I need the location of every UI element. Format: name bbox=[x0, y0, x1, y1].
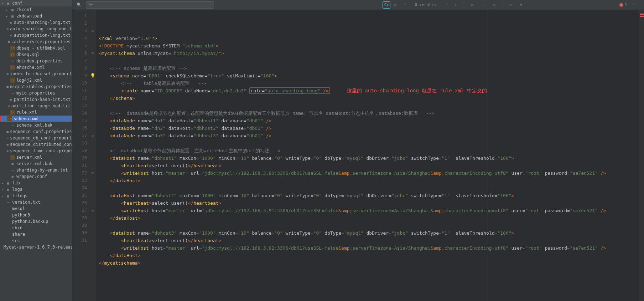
line-numbers: 1234567891011121314151617181920212223242… bbox=[72, 10, 89, 301]
code-line[interactable]: <heartbeat>select user()</heartbeat> bbox=[99, 237, 639, 244]
code-line[interactable]: <heartbeat>select user()</heartbeat> bbox=[99, 162, 639, 169]
code-line[interactable]: <dataNode name="dn1" dataHost="dbhost1" … bbox=[99, 117, 639, 124]
tree-item[interactable]: ≡sequence_distributed_conf.properties bbox=[0, 141, 72, 148]
tree-item[interactable]: ≡cacheservice.properties bbox=[0, 39, 72, 45]
tree-item[interactable]: ≡schema.xml.bak bbox=[0, 122, 72, 128]
project-tree[interactable]: ▾▦conf▸▦zkconf▸▦zkdownload≡auto-sharding… bbox=[0, 0, 72, 301]
code-line[interactable]: <!-- schema 是逻辑库的配置 --> bbox=[99, 65, 639, 72]
tree-item[interactable]: ≡server.xml.bak bbox=[0, 160, 72, 167]
tree-item[interactable]: ≡index_to_charset.properties bbox=[0, 71, 72, 77]
tree-item-label: server.xml bbox=[16, 155, 42, 160]
code-line[interactable]: <!-- table是逻辑表的配置 --> bbox=[99, 80, 639, 87]
fold-toggle-icon[interactable]: ⊟ bbox=[92, 209, 93, 212]
code-line[interactable]: <heartbeat>select user()</heartbeat> bbox=[99, 199, 639, 207]
tree-item[interactable]: ≡dnindex.properties bbox=[0, 58, 72, 64]
code-line[interactable]: <dataHost name="dbhost1" maxCon="1000" m… bbox=[99, 154, 639, 162]
match-case-button[interactable]: Cc bbox=[383, 1, 390, 9]
tree-item[interactable]: ≡wrapper.conf bbox=[0, 173, 72, 180]
words-button[interactable]: W bbox=[391, 1, 399, 9]
code-line[interactable] bbox=[99, 102, 639, 109]
tree-item[interactable]: ≡auto-sharding-rang-mod.txt bbox=[0, 26, 72, 32]
tree-item[interactable]: ≡auto-sharding-long.txt bbox=[0, 19, 72, 26]
code-line[interactable]: <!-- dataNode是数据节点的配置，该配置的意思是为db01数据库配置三… bbox=[99, 109, 639, 117]
fold-toggle-icon[interactable]: ⊟ bbox=[92, 171, 93, 175]
code-line[interactable] bbox=[99, 184, 639, 192]
text-file-icon: ≡ bbox=[10, 168, 15, 173]
tree-item[interactable]: ≡migrateTables.properties bbox=[0, 83, 72, 90]
tree-item[interactable]: src bbox=[0, 238, 72, 244]
code-line[interactable]: <mycat:schema xmlns:mycat="http://io.myc… bbox=[99, 50, 639, 57]
code-line[interactable]: <dataNode name="dn3" dataHost="dbhost3" … bbox=[99, 132, 639, 139]
tree-item[interactable]: ⋮≡dbseq.sql bbox=[0, 51, 72, 58]
tree-item[interactable]: ⋮≡ehcache.xml bbox=[0, 64, 72, 71]
tree-item[interactable]: sbin bbox=[0, 225, 72, 231]
tree-item[interactable]: ▾▦conf bbox=[0, 0, 72, 6]
code-line[interactable]: <schema name="DB01" checkSQLschema="true… bbox=[99, 72, 639, 80]
tree-item[interactable]: ⋮≡log4j2.xml bbox=[0, 77, 72, 83]
fold-toggle-icon[interactable]: ⊟ bbox=[92, 134, 93, 137]
code-line[interactable]: <!--dataHost是每个节点的具体配置，注意writeHost主机中的ur… bbox=[99, 147, 639, 154]
find-next-button[interactable]: ↓ bbox=[452, 1, 459, 9]
xml-file-icon: ⋮≡ bbox=[10, 46, 15, 51]
errors-badge[interactable]: 2 bbox=[619, 2, 627, 7]
tree-item[interactable]: Mycat-server-1.6.7.3-release-20210913 bbox=[0, 244, 72, 250]
tree-item[interactable]: ≡partition-range-mod.txt bbox=[0, 103, 72, 109]
add-selection-icon[interactable]: ⊞ bbox=[468, 1, 476, 9]
tree-item[interactable]: ⋮≡schema.xml bbox=[0, 116, 72, 122]
select-all-icon[interactable]: ⊟ bbox=[479, 1, 487, 9]
tree-item[interactable]: mysql bbox=[0, 205, 72, 212]
tree-item[interactable]: ⋮≡dbseq - utf8mb4.sql bbox=[0, 45, 72, 51]
code-line[interactable]: </mycat:schema> bbox=[99, 259, 639, 267]
toggle-icon[interactable]: ⊡ bbox=[490, 1, 498, 9]
fold-toggle-icon[interactable]: ⊟ bbox=[92, 51, 93, 55]
tree-item[interactable]: ▸▦lib bbox=[0, 180, 72, 186]
tree-item[interactable]: python3.backup bbox=[0, 218, 72, 225]
error-stripe[interactable] bbox=[639, 10, 644, 301]
code-line[interactable]: <writeHost host="master" url="jdbc:mysql… bbox=[99, 169, 639, 177]
tree-item[interactable]: ▸▦tmlogs bbox=[0, 193, 72, 199]
error-marker[interactable] bbox=[640, 16, 644, 17]
code-line[interactable]: <writeHost host="master" url="jdbc:mysql… bbox=[99, 207, 639, 214]
code-area[interactable]: <?xml version="1.0"?><!DOCTYPE mycat:sch… bbox=[96, 10, 639, 301]
tree-item[interactable]: ≡sequence_conf.properties bbox=[0, 128, 72, 135]
tree-item[interactable]: ≡sequence_db_conf.properties bbox=[0, 135, 72, 141]
code-line[interactable]: <dataHost name="dbhost2" maxCon="1000" m… bbox=[99, 192, 639, 199]
fold-column[interactable]: ⊟⊟💡⊟⊟⊟ bbox=[89, 10, 96, 301]
chevron-down-icon[interactable]: ⌃ bbox=[630, 1, 638, 9]
code-line[interactable]: <?xml version="1.0"?> bbox=[99, 35, 639, 42]
code-line[interactable]: </dataHost> bbox=[99, 214, 639, 222]
regex-button[interactable]: .* bbox=[400, 1, 407, 9]
code-line[interactable]: <dataNode name="dn2" dataHost="dbhost2" … bbox=[99, 124, 639, 132]
find-input[interactable]: Q▾ bbox=[86, 1, 214, 9]
tree-item[interactable]: ≡myid.properties bbox=[0, 90, 72, 96]
find-prev-button[interactable]: ↑ bbox=[443, 1, 451, 9]
tree-item[interactable]: ≡partition-hash-int.txt bbox=[0, 96, 72, 103]
error-marker[interactable] bbox=[640, 14, 644, 15]
intention-bulb-icon[interactable]: 💡 bbox=[90, 72, 95, 80]
code-line[interactable] bbox=[99, 222, 639, 229]
code-line[interactable]: </schema> bbox=[99, 95, 639, 102]
code-line[interactable]: </dataHost> bbox=[99, 252, 639, 259]
tree-item[interactable]: ▸▦logs bbox=[0, 186, 72, 193]
tree-item[interactable]: python3 bbox=[0, 212, 72, 218]
search-icon[interactable]: 🔍 bbox=[75, 1, 83, 9]
code-line[interactable]: <dataHost name="dbhost3" maxCon="1000" m… bbox=[99, 229, 639, 237]
filter-settings-icon[interactable]: ⚙ bbox=[507, 1, 514, 9]
fold-toggle-icon[interactable]: ⊟ bbox=[92, 29, 93, 32]
code-line[interactable] bbox=[99, 139, 639, 147]
tree-item[interactable]: ⋮≡server.xml bbox=[0, 154, 72, 160]
code-line[interactable]: <writeHost host="master" url="jdbc:mysql… bbox=[99, 244, 639, 252]
tree-item[interactable]: ≡autopartition-long.txt bbox=[0, 32, 72, 39]
tree-item[interactable]: ⋮≡rule.xml bbox=[0, 109, 72, 116]
tree-item[interactable]: ▸▦zkconf bbox=[0, 6, 72, 13]
code-line[interactable]: <!DOCTYPE mycat:schema SYSTEM "schema.dt… bbox=[99, 42, 639, 50]
tree-item[interactable]: share bbox=[0, 231, 72, 238]
code-line[interactable]: <table name="TB_ORDER" dataNode="dn1,dn2… bbox=[99, 87, 639, 95]
code-line[interactable]: </dataHost> bbox=[99, 177, 639, 184]
tree-item[interactable]: ▸▦zkdownload bbox=[0, 13, 72, 19]
filter-icon[interactable]: ▼ bbox=[517, 1, 525, 9]
tree-item[interactable]: ≡sequence_time_conf.properties bbox=[0, 148, 72, 154]
tree-item[interactable]: ≡version.txt bbox=[0, 199, 72, 205]
code-line[interactable] bbox=[99, 57, 639, 65]
tree-item[interactable]: ≡sharding-by-enum.txt bbox=[0, 167, 72, 173]
